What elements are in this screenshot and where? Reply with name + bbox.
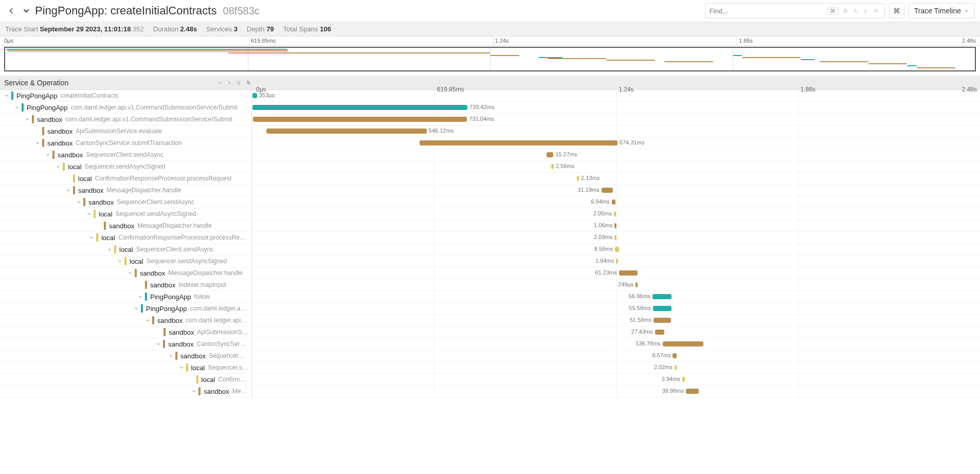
span-bar[interactable] <box>655 330 664 335</box>
span-bar[interactable] <box>615 247 619 252</box>
span-bar[interactable] <box>653 306 672 311</box>
expand-one-icon[interactable] <box>225 79 233 87</box>
expand-chevron-icon[interactable] <box>190 388 197 395</box>
expand-chevron-icon[interactable] <box>44 151 51 158</box>
span-row[interactable]: sandboxMessageDispatcher.handle61.23ms <box>0 267 980 279</box>
span-bar[interactable] <box>252 93 257 98</box>
span-bar[interactable] <box>266 129 427 134</box>
span-bar[interactable] <box>654 318 671 323</box>
span-bar[interactable] <box>682 377 685 382</box>
collapse-title-chevron-icon[interactable] <box>21 5 32 16</box>
summary-services-value: 3 <box>234 25 238 33</box>
span-row[interactable]: localSequencer.sendAsyncSigned2.05ms <box>0 208 980 220</box>
span-duration-label: 249µs <box>618 281 633 287</box>
span-bar[interactable] <box>252 105 467 110</box>
span-row[interactable]: sandboxMes...39.96ms <box>0 386 980 397</box>
service-color-indicator <box>96 233 98 242</box>
find-close-icon[interactable]: ✕ <box>872 7 880 15</box>
span-duration-label: 6.94ms <box>591 198 609 205</box>
span-bar[interactable] <box>652 294 672 299</box>
span-bar[interactable] <box>614 223 616 228</box>
find-next-icon[interactable]: ∨ <box>862 7 870 15</box>
find-target-icon[interactable]: ⊕ <box>841 7 849 15</box>
keyboard-shortcuts-button[interactable]: ⌘ <box>889 3 904 19</box>
span-row[interactable]: localSequencer.sendAsyncSigned2.56ms <box>0 161 980 173</box>
trace-minimap[interactable] <box>4 47 976 71</box>
collapse-one-icon[interactable] <box>216 79 224 87</box>
span-row[interactable]: localConfirmat...3.94ms <box>0 374 980 386</box>
span-row[interactable]: localConfirmationResponseProcessor.proce… <box>0 232 980 244</box>
span-row[interactable]: sandboxMessageDispatcher.handle1.06ms <box>0 220 980 232</box>
expand-chevron-icon[interactable] <box>137 293 144 300</box>
expand-chevron-icon[interactable] <box>55 163 62 170</box>
service-color-indicator <box>73 186 75 194</box>
find-prev-icon[interactable]: ∧ <box>851 7 860 15</box>
span-service-name: sandbox <box>157 317 183 324</box>
expand-chevron-icon[interactable] <box>133 305 140 312</box>
span-row[interactable]: PingPongAppfollow56.96ms <box>0 291 980 303</box>
span-row[interactable]: PingPongAppcom.daml.ledger.api.v...55.58… <box>0 303 980 315</box>
expand-chevron-icon[interactable] <box>126 269 134 277</box>
span-duration-label: 2.13ms <box>581 175 600 181</box>
span-row[interactable]: sandboxApiSubmissionSer...27.43ms <box>0 326 980 338</box>
span-bar[interactable] <box>616 259 618 264</box>
span-row[interactable]: sandboxcom.daml.ledger.api.v1.CommandSub… <box>0 114 980 125</box>
span-row[interactable]: sandboxCantonSyncServic...136.78ms <box>0 338 980 350</box>
span-row[interactable]: sandboxApiSubmissionService.evaluate546.… <box>0 125 980 137</box>
span-bar[interactable] <box>253 117 467 122</box>
span-row[interactable]: sandboxSequencerClient.sendAsync6.94ms <box>0 196 980 208</box>
expand-chevron-icon[interactable] <box>106 246 113 253</box>
expand-all-icon[interactable] <box>244 79 252 87</box>
span-bar[interactable] <box>602 188 613 193</box>
view-mode-dropdown[interactable]: Trace Timeline <box>909 3 975 19</box>
find-input-container[interactable]: ⌘ ⊕ ∧ ∨ ✕ <box>705 3 885 19</box>
span-row[interactable]: localConfirmationResponseProcessor.proce… <box>0 173 980 185</box>
expand-chevron-icon[interactable] <box>24 116 31 123</box>
span-row[interactable]: sandboxSequencerCli...8.57ms <box>0 350 980 362</box>
span-bar[interactable] <box>686 389 699 394</box>
expand-chevron-icon[interactable] <box>13 104 21 111</box>
span-bar[interactable] <box>614 211 616 216</box>
expand-chevron-icon[interactable] <box>178 364 185 371</box>
summary-depth-value: 79 <box>266 25 274 33</box>
find-input[interactable] <box>710 7 825 15</box>
span-row[interactable]: sandboxSequencerClient.sendAsync15.27ms <box>0 149 980 161</box>
expand-chevron-icon[interactable] <box>34 139 41 147</box>
span-bar[interactable] <box>619 270 638 276</box>
span-bar[interactable] <box>612 199 616 205</box>
span-bar[interactable] <box>636 282 638 287</box>
span-bar[interactable] <box>663 341 703 347</box>
collapse-all-icon[interactable] <box>234 79 243 87</box>
back-button[interactable] <box>5 5 17 17</box>
span-duration-label: 56.96ms <box>629 293 650 299</box>
span-bar[interactable] <box>673 353 677 358</box>
span-row[interactable]: localSequencerClient.sendAsync8.58ms <box>0 244 980 256</box>
expand-chevron-icon[interactable] <box>65 187 72 194</box>
span-row[interactable]: localSequencer.se...2.02ms <box>0 362 980 374</box>
span-row[interactable]: PingPongAppcom.daml.ledger.api.v1.Comman… <box>0 102 980 114</box>
span-bar[interactable] <box>420 140 618 145</box>
expand-chevron-icon[interactable] <box>116 258 123 265</box>
span-bar[interactable] <box>675 365 677 370</box>
expand-chevron-icon[interactable] <box>167 352 174 359</box>
span-row[interactable]: PingPongAppcreateInitialContracts353µs <box>0 90 980 102</box>
expand-chevron-icon[interactable] <box>144 317 151 324</box>
span-service-name: sandbox <box>47 127 72 135</box>
span-service-name: sandbox <box>168 340 193 348</box>
span-row[interactable]: sandboxCantonSyncService.submitTransacti… <box>0 137 980 149</box>
summary-trace-start-date: September 29 2023, 11:01:18 <box>40 25 131 33</box>
span-row[interactable]: sandboxMessageDispatcher.handle31.19ms <box>0 185 980 196</box>
expand-chevron-icon[interactable] <box>155 340 162 348</box>
span-duration-label: 2.56ms <box>556 163 574 169</box>
span-row[interactable]: sandboxIndexer.mapInput249µs <box>0 279 980 291</box>
span-row[interactable]: sandboxcom.daml.ledger.api.v1...51.58ms <box>0 315 980 326</box>
expand-chevron-icon[interactable] <box>3 92 10 99</box>
span-bar[interactable] <box>577 176 579 181</box>
span-row[interactable]: localSequencer.sendAsyncSigned1.94ms <box>0 256 980 267</box>
expand-chevron-icon[interactable] <box>85 210 93 217</box>
expand-chevron-icon[interactable] <box>75 198 82 206</box>
span-bar[interactable] <box>551 164 554 169</box>
span-bar[interactable] <box>614 235 616 240</box>
expand-chevron-icon[interactable] <box>88 234 95 241</box>
span-bar[interactable] <box>547 152 553 157</box>
